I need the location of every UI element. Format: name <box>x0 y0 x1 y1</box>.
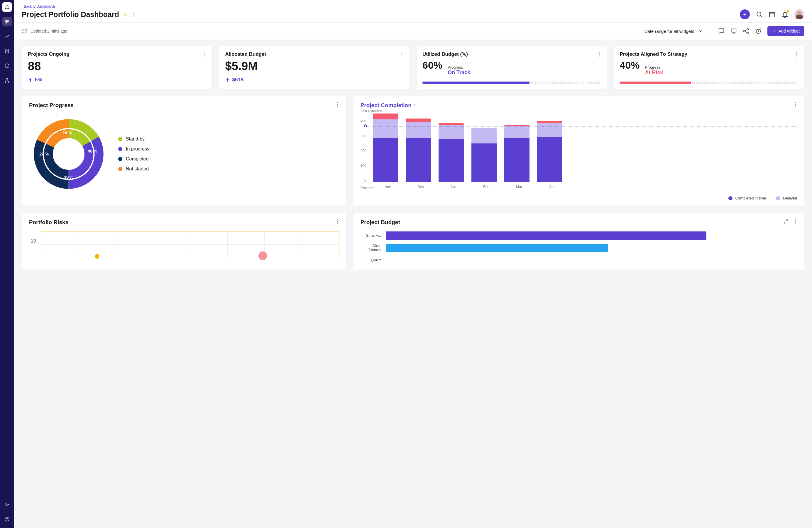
search-icon[interactable] <box>756 11 763 18</box>
card-title: Projects Ongoing <box>28 51 70 57</box>
svg-point-10 <box>7 21 8 22</box>
bar-legend: Completed in time Delayed <box>361 196 797 200</box>
page-title: Project Portfolio Dashboard <box>22 10 119 19</box>
notifications-icon[interactable] <box>782 11 788 18</box>
svg-point-20 <box>7 520 7 520</box>
card-more-icon[interactable] <box>795 52 798 57</box>
svg-line-40 <box>745 31 747 32</box>
svg-point-21 <box>133 12 134 13</box>
add-widget-button[interactable]: Add Widget <box>767 26 804 36</box>
svg-text:20: 20 <box>62 131 67 135</box>
svg-point-72 <box>795 102 796 103</box>
svg-text:%: % <box>93 149 97 153</box>
favorite-icon[interactable]: ☆ <box>123 11 128 18</box>
card-aligned-strategy: Projects Aligned To Strategy 40% Progres… <box>614 46 805 89</box>
widget-portfolio-risks: Portfolio Risks 10 <box>22 213 347 270</box>
svg-text:%: % <box>68 131 72 135</box>
widget-title-link[interactable]: Project Completion <box>361 102 416 108</box>
svg-text:%: % <box>45 152 49 156</box>
refresh-icon[interactable] <box>22 28 27 34</box>
x-axis-label: Projects <box>361 182 372 190</box>
progress-bar <box>422 82 601 84</box>
svg-point-0 <box>6 5 7 6</box>
card-allocated-budget: Allocated Budget $5.9M $61K <box>219 46 410 89</box>
svg-text:40: 40 <box>88 149 93 153</box>
risks-chart <box>41 231 339 257</box>
date-range-select[interactable]: Date range for all widgets <box>644 29 706 34</box>
donut-legend: Stand-by In progress Completed Not start… <box>118 136 149 172</box>
calendar-icon[interactable] <box>769 11 775 18</box>
card-title: Projects Aligned To Strategy <box>620 51 687 57</box>
user-avatar[interactable] <box>794 10 804 19</box>
comment-icon[interactable] <box>718 28 725 34</box>
svg-point-4 <box>6 8 7 9</box>
nav-org-icon[interactable] <box>2 76 12 85</box>
progress-bar <box>620 82 798 84</box>
widget-more-icon[interactable] <box>794 219 797 224</box>
create-button[interactable] <box>740 10 750 19</box>
svg-point-38 <box>746 32 748 34</box>
card-more-icon[interactable] <box>203 52 206 57</box>
svg-point-51 <box>599 54 599 55</box>
widget-more-icon[interactable] <box>336 102 339 107</box>
svg-point-22 <box>133 14 134 15</box>
present-icon[interactable] <box>730 28 737 34</box>
reminder-icon[interactable] <box>755 28 762 34</box>
svg-point-3 <box>5 8 5 9</box>
svg-point-36 <box>746 28 748 30</box>
svg-point-58 <box>337 106 338 106</box>
nav-layers-icon[interactable] <box>2 46 12 56</box>
widget-more-icon[interactable] <box>336 219 339 224</box>
svg-point-9 <box>6 20 7 21</box>
widget-more-icon[interactable] <box>794 102 797 107</box>
svg-point-80 <box>795 219 796 220</box>
svg-line-39 <box>745 30 747 31</box>
svg-point-37 <box>743 30 745 32</box>
svg-point-45 <box>204 54 205 55</box>
nav-dashboard-icon[interactable] <box>2 17 12 26</box>
card-value: 40% <box>620 60 640 71</box>
app-logo[interactable] <box>2 2 12 12</box>
card-more-icon[interactable] <box>400 52 404 57</box>
nav-sync-icon[interactable] <box>2 61 12 70</box>
svg-point-47 <box>401 52 402 53</box>
svg-text:38: 38 <box>64 175 69 179</box>
widget-project-budget: Project Budget SmartFabChain ConnectQAPr… <box>353 213 804 270</box>
hbar-chart: SmartFabChain ConnectQAPro <box>361 232 797 264</box>
svg-point-77 <box>337 223 338 223</box>
svg-point-49 <box>401 56 402 56</box>
share-icon[interactable] <box>743 28 749 34</box>
title-more-icon[interactable] <box>132 12 135 17</box>
status-badge: At Risk <box>645 70 663 76</box>
svg-point-16 <box>5 503 7 504</box>
svg-point-56 <box>337 102 338 103</box>
nav-trend-icon[interactable] <box>2 32 12 41</box>
svg-point-50 <box>599 52 599 53</box>
status-badge: On Track <box>448 70 470 76</box>
nav-users-icon[interactable] <box>2 500 12 509</box>
svg-point-26 <box>757 12 761 16</box>
card-value: 60% <box>422 60 443 71</box>
nav-help-icon[interactable] <box>2 514 12 524</box>
widget-title: Project Progress <box>29 102 74 108</box>
svg-point-46 <box>204 56 205 56</box>
svg-point-54 <box>796 54 797 55</box>
updated-text: Updated 2 mins ago <box>30 29 67 33</box>
donut-chart: 20% 40% 38% 22% <box>29 114 108 194</box>
svg-text:22: 22 <box>39 152 44 156</box>
svg-rect-32 <box>731 29 736 32</box>
card-projects-ongoing: Projects Ongoing 88 5% <box>22 46 213 89</box>
svg-point-81 <box>795 221 796 222</box>
svg-marker-12 <box>5 49 10 51</box>
back-link[interactable]: ‹ Back to Dashboards <box>22 4 56 9</box>
svg-point-55 <box>796 56 797 56</box>
svg-point-11 <box>6 22 7 23</box>
svg-point-1 <box>5 6 6 8</box>
svg-point-2 <box>8 6 9 8</box>
widget-project-progress: Project Progress <box>22 96 347 206</box>
svg-point-13 <box>6 78 8 79</box>
y-axis: 4003002001000 <box>361 118 366 182</box>
sidebar <box>0 0 14 528</box>
expand-icon[interactable] <box>784 219 788 224</box>
card-more-icon[interactable] <box>597 52 601 57</box>
